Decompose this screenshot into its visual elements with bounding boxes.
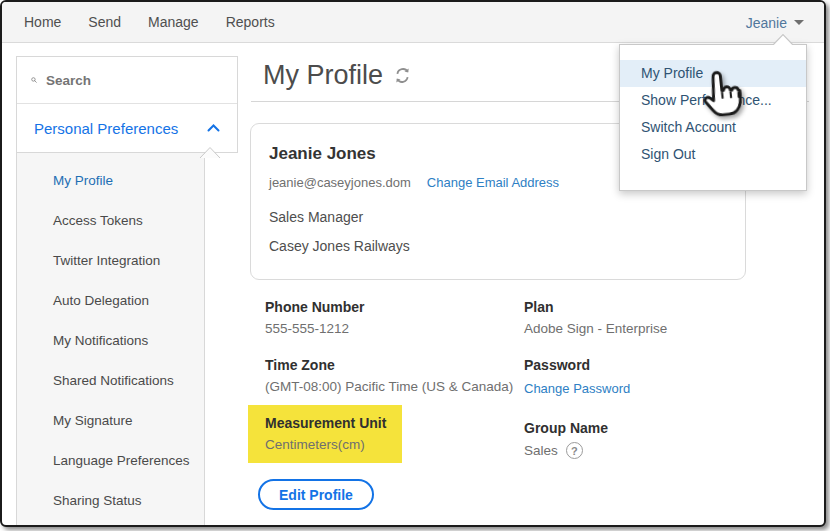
sidebar-header-panel: Personal Preferences xyxy=(16,56,238,153)
refresh-icon[interactable] xyxy=(394,67,411,84)
dropdown-caret xyxy=(771,33,795,45)
profile-email: jeanie@caseyjones.dom xyxy=(269,175,411,190)
sidebar-item-list: My Profile Access Tokens Twitter Integra… xyxy=(16,153,205,525)
help-icon[interactable]: ? xyxy=(566,442,583,459)
sidebar-item-language-preferences[interactable]: Language Preferences xyxy=(17,441,204,481)
field-value: 555-555-1212 xyxy=(265,321,524,336)
profile-details: Phone Number 555-555-1212 Plan Adobe Sig… xyxy=(265,299,824,473)
field-label: Measurement Unit xyxy=(265,415,386,431)
app-window: Home Send Manage Reports Jeanie Personal… xyxy=(0,0,826,527)
profile-company: Casey Jones Railways xyxy=(269,238,727,254)
sidebar-search xyxy=(17,57,237,104)
nav-item-manage[interactable]: Manage xyxy=(148,14,199,30)
section-label: Personal Preferences xyxy=(34,120,178,137)
search-icon xyxy=(31,71,37,89)
change-password-link[interactable]: Change Password xyxy=(524,381,630,396)
sidebar-item-auto-delegation[interactable]: Auto Delegation xyxy=(17,281,204,321)
field-value: (GMT-08:00) Pacific Time (US & Canada) xyxy=(265,379,524,394)
chevron-up-icon xyxy=(207,124,220,132)
user-name-label: Jeanie xyxy=(746,15,787,31)
search-input[interactable] xyxy=(46,73,223,88)
field-label: Plan xyxy=(524,299,824,315)
field-label: Time Zone xyxy=(265,357,524,373)
sidebar-item-my-signature[interactable]: My Signature xyxy=(17,401,204,441)
page-title-text: My Profile xyxy=(263,60,383,91)
top-nav: Home Send Manage Reports xyxy=(2,2,824,43)
field-value: Centimeters(cm) xyxy=(265,437,386,452)
field-plan: Plan Adobe Sign - Enterprise xyxy=(524,299,824,357)
sidebar-item-shared-notifications[interactable]: Shared Notifications xyxy=(17,361,204,401)
section-notch xyxy=(199,146,221,158)
field-password: Password Change Password xyxy=(524,357,824,415)
measurement-unit-highlight: Measurement Unit Centimeters(cm) xyxy=(248,405,402,463)
menu-item-sign-out[interactable]: Sign Out xyxy=(620,141,806,168)
field-label: Phone Number xyxy=(265,299,524,315)
field-label: Password xyxy=(524,357,824,373)
page-title: My Profile xyxy=(263,60,411,91)
field-value: Sales xyxy=(524,443,558,458)
edit-profile-button[interactable]: Edit Profile xyxy=(258,479,374,510)
sidebar-item-twitter-integration[interactable]: Twitter Integration xyxy=(17,241,204,281)
sidebar-item-sharing-status[interactable]: Sharing Status xyxy=(17,481,204,521)
field-measurement-unit: Measurement Unit Centimeters(cm) xyxy=(265,415,524,473)
change-email-link[interactable]: Change Email Address xyxy=(427,175,559,190)
nav-item-home[interactable]: Home xyxy=(24,14,61,30)
sidebar-section-personal-preferences[interactable]: Personal Preferences xyxy=(17,104,237,152)
sidebar-item-my-profile[interactable]: My Profile xyxy=(17,161,204,201)
field-value: Adobe Sign - Enterprise xyxy=(524,321,824,336)
nav-item-send[interactable]: Send xyxy=(88,14,121,30)
field-phone-number: Phone Number 555-555-1212 xyxy=(265,299,524,357)
hand-cursor-icon xyxy=(695,68,746,125)
field-group-name: Group Name Sales ? xyxy=(524,415,824,473)
field-label: Group Name xyxy=(524,420,824,436)
nav-item-reports[interactable]: Reports xyxy=(226,14,275,30)
sidebar-item-access-tokens[interactable]: Access Tokens xyxy=(17,201,204,241)
chevron-down-icon xyxy=(794,20,804,25)
profile-role: Sales Manager xyxy=(269,209,727,225)
sidebar-item-my-notifications[interactable]: My Notifications xyxy=(17,321,204,361)
